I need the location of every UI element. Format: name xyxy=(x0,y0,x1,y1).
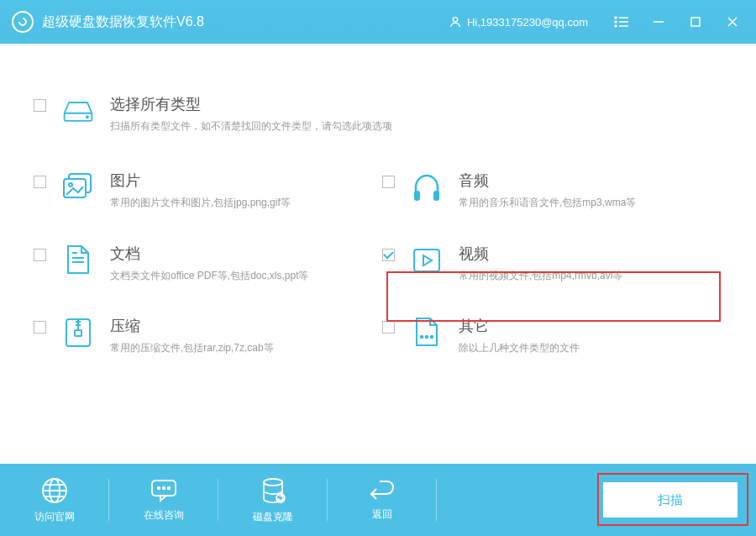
scan-button-label: 扫描 xyxy=(658,492,683,508)
option-image-title: 图片 xyxy=(110,171,374,191)
chat-icon xyxy=(150,478,178,503)
option-image-desc: 常用的图片文件和图片,包括jpg,png,gif等 xyxy=(110,196,374,210)
svg-rect-17 xyxy=(433,191,439,201)
svg-point-0 xyxy=(453,18,457,22)
checkbox-all[interactable] xyxy=(34,99,46,112)
footer-clone-label: 磁盘克隆 xyxy=(253,510,293,524)
user-greeting: Hi,1933175230@qq.com xyxy=(467,16,588,29)
globe-icon xyxy=(40,476,69,505)
svg-rect-16 xyxy=(414,191,420,201)
footer: 访问官网 在线咨询 磁盘克隆 返回 扫描 xyxy=(0,464,756,536)
option-image: 图片 常用的图片文件和图片,包括jpg,png,gif等 xyxy=(34,171,374,210)
option-all: 选择所有类型 扫描所有类型文件，如不清楚找回的文件类型，请勾选此项选项 xyxy=(34,94,722,134)
content-area: 选择所有类型 扫描所有类型文件，如不清楚找回的文件类型，请勾选此项选项 图片 常… xyxy=(0,44,756,464)
option-doc-desc: 文档类文件如office PDF等,包括doc,xls,ppt等 xyxy=(110,269,374,283)
svg-point-29 xyxy=(431,336,433,338)
option-archive: 压缩 常用的压缩文件,包括rar,zip,7z,cab等 xyxy=(34,316,374,355)
maximize-icon xyxy=(690,17,701,27)
svg-point-39 xyxy=(264,479,282,486)
option-doc: 文档 文档类文件如office PDF等,包括doc,xls,ppt等 xyxy=(34,244,374,283)
options-grid: 图片 常用的图片文件和图片,包括jpg,png,gif等 音频 常用的音乐和语音… xyxy=(34,171,722,355)
checkbox-other[interactable] xyxy=(382,321,395,334)
footer-chat-label: 在线咨询 xyxy=(144,508,184,523)
close-button[interactable] xyxy=(714,0,751,44)
footer-clone[interactable]: 磁盘克隆 xyxy=(218,464,328,536)
other-file-icon xyxy=(410,316,444,349)
option-video-title: 视频 xyxy=(459,244,722,264)
minimize-icon xyxy=(653,16,664,28)
option-all-title: 选择所有类型 xyxy=(110,94,722,114)
option-video: 视频 常用的视频文件,包括mp4,rmvb,avi等 xyxy=(382,244,722,283)
checkbox-archive[interactable] xyxy=(34,321,46,334)
headphones-icon xyxy=(410,171,444,204)
checkbox-audio[interactable] xyxy=(382,176,395,188)
image-icon xyxy=(61,171,95,204)
svg-point-5 xyxy=(615,25,617,27)
option-other-title: 其它 xyxy=(459,316,722,336)
menu-icon xyxy=(614,16,629,28)
option-audio-desc: 常用的音乐和语音文件,包括mp3,wma等 xyxy=(459,196,722,210)
back-icon xyxy=(368,479,396,502)
user-account[interactable]: Hi,1933175230@qq.com xyxy=(449,15,588,29)
option-other: 其它 除以上几种文件类型的文件 xyxy=(382,316,722,355)
footer-chat[interactable]: 在线咨询 xyxy=(109,464,218,536)
archive-icon xyxy=(61,316,95,349)
svg-rect-21 xyxy=(414,250,439,271)
svg-point-38 xyxy=(168,486,171,489)
option-other-desc: 除以上几种文件类型的文件 xyxy=(459,341,722,355)
footer-back-label: 返回 xyxy=(372,507,392,522)
maximize-button[interactable] xyxy=(677,0,714,44)
option-archive-desc: 常用的压缩文件,包括rar,zip,7z,cab等 xyxy=(110,341,374,355)
minimize-button[interactable] xyxy=(640,0,677,44)
checkbox-image[interactable] xyxy=(34,176,46,188)
menu-button[interactable] xyxy=(603,0,640,44)
option-audio: 音频 常用的音乐和语音文件,包括mp3,wma等 xyxy=(382,171,722,210)
option-archive-title: 压缩 xyxy=(110,316,374,336)
app-title: 超级硬盘数据恢复软件V6.8 xyxy=(42,13,449,31)
option-video-desc: 常用的视频文件,包括mp4,rmvb,avi等 xyxy=(459,269,722,283)
footer-website-label: 访问官网 xyxy=(34,510,75,524)
close-icon xyxy=(727,16,738,28)
svg-point-28 xyxy=(426,336,428,338)
svg-rect-24 xyxy=(75,330,81,336)
svg-point-12 xyxy=(87,116,88,118)
titlebar: 超级硬盘数据恢复软件V6.8 Hi,1933175230@qq.com xyxy=(0,0,756,44)
document-icon xyxy=(61,244,95,277)
checkbox-doc[interactable] xyxy=(34,249,46,261)
option-audio-title: 音频 xyxy=(459,171,722,191)
app-logo-icon xyxy=(12,11,34,33)
scan-button[interactable]: 扫描 xyxy=(603,482,738,518)
window-controls xyxy=(603,0,751,44)
user-icon xyxy=(449,15,462,29)
option-all-desc: 扫描所有类型文件，如不清楚找回的文件类型，请勾选此项选项 xyxy=(110,119,722,134)
option-doc-title: 文档 xyxy=(110,244,374,264)
svg-point-27 xyxy=(421,336,423,338)
footer-back[interactable]: 返回 xyxy=(328,464,437,536)
svg-point-37 xyxy=(163,486,165,489)
checkbox-video[interactable] xyxy=(382,249,395,261)
harddrive-icon xyxy=(61,94,95,128)
svg-point-3 xyxy=(615,21,617,23)
video-icon xyxy=(410,244,444,277)
svg-point-1 xyxy=(615,17,617,18)
svg-point-36 xyxy=(158,486,160,489)
disk-clone-icon xyxy=(260,476,286,505)
svg-rect-8 xyxy=(691,18,700,26)
footer-website[interactable]: 访问官网 xyxy=(0,464,109,536)
